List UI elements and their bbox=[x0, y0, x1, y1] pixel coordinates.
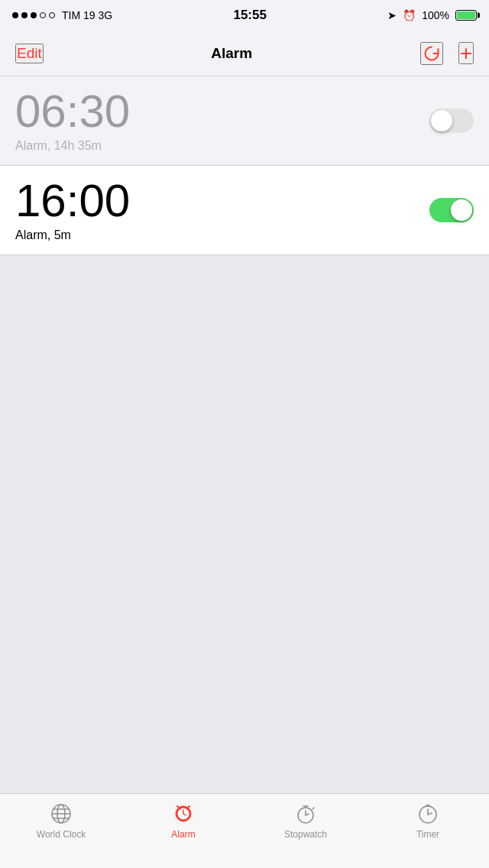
nav-bar: Edit Alarm + bbox=[0, 31, 489, 76]
battery-icon bbox=[455, 10, 477, 21]
toggle-knob-2 bbox=[451, 199, 472, 221]
world-clock-icon bbox=[49, 802, 73, 826]
alarm-status-icon: ⏰ bbox=[403, 9, 416, 21]
alarm-toggle-2[interactable] bbox=[429, 198, 474, 222]
alarm-time-1: 06:30 bbox=[15, 89, 130, 134]
toggle-knob-1 bbox=[431, 110, 452, 131]
stopwatch-label: Stopwatch bbox=[284, 829, 327, 840]
svg-line-19 bbox=[313, 808, 314, 809]
alarm-label-1: Alarm, 14h 35m bbox=[15, 139, 130, 153]
signal-dots bbox=[12, 12, 55, 18]
tab-timer[interactable]: Timer bbox=[367, 802, 489, 840]
alarm-tab-label: Alarm bbox=[171, 829, 195, 840]
refresh-button[interactable] bbox=[420, 42, 443, 65]
edit-button[interactable]: Edit bbox=[15, 44, 44, 63]
tab-world-clock[interactable]: World Clock bbox=[0, 802, 122, 840]
nav-actions: + bbox=[420, 42, 474, 65]
alarm-item-1[interactable]: 06:30 Alarm, 14h 35m bbox=[0, 76, 489, 166]
add-button[interactable]: + bbox=[458, 42, 474, 64]
tab-stopwatch[interactable]: Stopwatch bbox=[244, 802, 367, 840]
timer-label: Timer bbox=[416, 829, 439, 840]
alarm-item-2[interactable]: 16:00 Alarm, 5m bbox=[0, 166, 489, 255]
alarm-label-2: Alarm, 5m bbox=[15, 228, 130, 242]
alarm-tab-icon bbox=[171, 802, 196, 826]
battery-fill bbox=[457, 11, 475, 19]
world-clock-label: World Clock bbox=[37, 829, 86, 840]
status-left: TIM 19 3G bbox=[12, 9, 112, 21]
location-icon: ➤ bbox=[387, 9, 397, 21]
alarm-toggle-1[interactable] bbox=[429, 108, 474, 133]
battery-percent: 100% bbox=[422, 9, 449, 21]
battery-icon-container bbox=[455, 10, 477, 21]
carrier-label: TIM 19 3G bbox=[62, 9, 112, 21]
alarm-item-left-2: 16:00 Alarm, 5m bbox=[15, 178, 130, 242]
status-right: ➤ ⏰ 100% bbox=[387, 9, 477, 21]
plus-icon: + bbox=[460, 41, 472, 65]
refresh-icon bbox=[422, 44, 442, 63]
alarm-time-2: 16:00 bbox=[15, 178, 130, 224]
alarm-item-left-1: 06:30 Alarm, 14h 35m bbox=[15, 89, 130, 153]
status-bar: TIM 19 3G 15:55 ➤ ⏰ 100% bbox=[0, 0, 489, 31]
timer-icon bbox=[416, 802, 440, 826]
stopwatch-icon bbox=[293, 802, 318, 826]
tab-bar: World Clock Alarm bbox=[0, 793, 489, 868]
time-display: 15:55 bbox=[233, 8, 266, 23]
nav-title: Alarm bbox=[211, 45, 252, 62]
tab-alarm[interactable]: Alarm bbox=[122, 802, 244, 840]
main-content: 06:30 Alarm, 14h 35m 16:00 Alarm, 5m bbox=[0, 76, 489, 793]
